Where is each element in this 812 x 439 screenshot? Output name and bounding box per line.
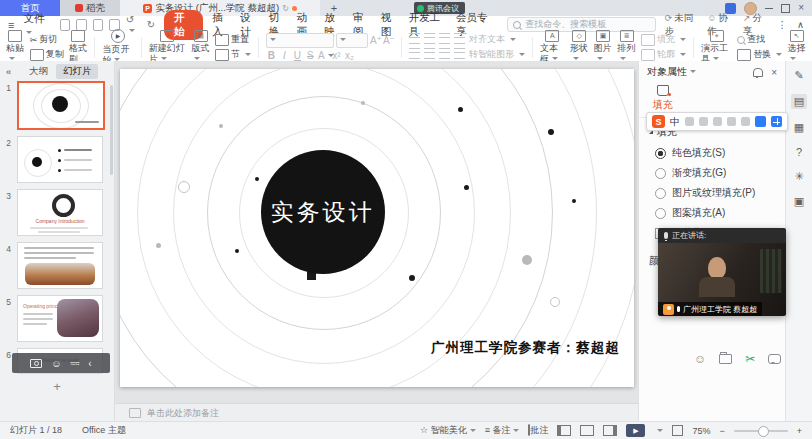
number-list-icon[interactable] [424,33,435,44]
sogou-logo-icon[interactable]: S [652,115,665,128]
radio-solid[interactable] [655,148,666,159]
hamburger-icon[interactable]: ≡ [8,19,14,31]
settings-icon[interactable]: ✳ [794,170,803,183]
fit-zoom-icon[interactable] [672,425,683,436]
shape-button[interactable]: ◇ 形状 [570,30,589,64]
sorter-view-icon[interactable] [580,425,594,436]
subscript-button[interactable]: x₂ [344,50,355,61]
zoom-slider[interactable] [734,430,788,432]
superscript-button[interactable]: x² [331,50,342,61]
skin-icon[interactable] [755,116,766,127]
comments-button[interactable]: 批注 [528,424,548,437]
indent-decrease-icon[interactable] [439,33,450,44]
align-left-icon[interactable] [409,48,420,59]
reset-button[interactable]: 重置 [215,33,251,46]
font-size-select[interactable] [336,33,368,48]
radio-gradient[interactable] [655,168,666,179]
bold-button[interactable]: B [266,50,277,61]
justify-icon[interactable] [454,48,465,59]
new-slide-button[interactable]: + 新建幻灯片 [149,30,186,64]
camera-icon[interactable] [30,359,42,368]
panel-scrollbar[interactable] [110,85,113,175]
decrease-font-icon[interactable]: A⁻ [383,35,394,46]
copy-button[interactable]: 复制 [30,48,64,61]
folder-icon[interactable] [719,354,732,364]
meeting-video-overlay[interactable]: 正在讲话: 广州理工学院 蔡超超 [658,228,786,316]
slide-thumbnail-3[interactable]: 3 Company Introduction [0,189,114,236]
outline-button[interactable]: 轮廓 [641,48,686,61]
panel-close-icon[interactable]: × [771,67,777,78]
option-solid-fill[interactable]: 纯色填充(S) [639,143,785,163]
chat-icon[interactable] [768,354,781,364]
theme-name[interactable]: Office 主题 [82,424,126,437]
panel-title[interactable]: 对象属性 [647,65,696,79]
video-feed[interactable]: 广州理工学院 蔡超超 [658,243,786,316]
ime-toolbar[interactable]: S 中 [646,112,788,131]
italic-button[interactable]: I [279,50,290,61]
zoom-level[interactable]: 75% [692,426,710,436]
collapse-ribbon-icon[interactable]: ∧ [797,19,804,30]
indent-increase-icon[interactable] [454,33,465,44]
thumb-5-preview[interactable]: Operating principle [17,295,103,342]
minimize-button[interactable] [765,8,773,9]
account-icon[interactable] [741,117,750,126]
screenshot-scissors-icon[interactable]: ✂ [745,352,755,366]
help-icon[interactable]: ? [796,146,802,158]
save-icon[interactable] [60,19,71,31]
slide-byline[interactable]: 广州理工学院参赛者：蔡超超 [431,339,620,357]
increase-font-icon[interactable]: A⁺ [370,35,381,46]
slide-editor[interactable]: 实务设计 广州理工学院参赛者：蔡超超 [120,69,634,387]
tab-outline[interactable]: 大纲 [29,65,48,78]
cut-button[interactable]: ✂剪切 [30,33,64,46]
zoom-slider-knob[interactable] [758,426,769,437]
thumb-2-preview[interactable] [17,136,103,183]
signature-tool-icon[interactable]: ✎ [794,69,803,82]
punctuation-icon[interactable] [685,117,694,126]
more-icon[interactable]: ⋮ [778,19,788,30]
emoji-panel-icon[interactable] [699,117,708,126]
textbox-button[interactable]: A 文本框 [540,30,565,64]
strikethrough-button[interactable]: S [305,50,316,61]
zoom-out-button[interactable]: − [719,426,724,436]
align-center-icon[interactable] [424,48,435,59]
title-circle[interactable]: 实务设计 [261,150,385,274]
radio-picture[interactable] [655,188,666,199]
layout-button[interactable]: ▤ 版式 [191,30,210,64]
animation-pane-icon[interactable]: ▦ [794,121,804,134]
smart-beautify-button[interactable]: ☆ 智能美化 [420,424,476,437]
font-color-button[interactable]: A [318,50,329,61]
panel-collapse-icon[interactable]: « [6,66,11,77]
keyboard-icon[interactable] [727,117,736,126]
select-button[interactable]: ↖ 选择 [787,30,806,64]
font-family-select[interactable] [266,33,334,48]
play-options-caret[interactable] [654,426,663,436]
paste-button[interactable]: 粘贴 [6,30,25,64]
redo-icon[interactable]: ↻ [147,19,155,30]
align-right-icon[interactable] [439,48,450,59]
slide-thumbnail-5[interactable]: 5 Operating principle [0,295,114,342]
export-icon[interactable] [76,19,87,31]
picture-button[interactable]: ▣ 图片 [594,30,613,64]
slide-thumbnail-4[interactable]: 4 [0,242,114,289]
toolbox-grid-icon[interactable] [771,116,782,127]
thumb-3-preview[interactable]: Company Introduction [17,189,103,236]
replace-button[interactable]: 替换 [737,48,782,61]
slide-title[interactable]: 实务设计 [271,197,375,228]
section-button[interactable]: 节 [215,48,251,61]
bullet-list-icon[interactable] [409,33,420,44]
reading-view-icon[interactable] [603,425,617,436]
option-pattern-fill[interactable]: 图案填充(A) [639,203,785,223]
emoji-icon[interactable]: ☺ [51,358,61,369]
option-picture-fill[interactable]: 图片或纹理填充(P) [639,183,785,203]
play-from-current-button[interactable]: ▶ 当页开始 [102,29,133,65]
slide-thumbnail-1[interactable]: 1 [0,81,114,130]
underline-button[interactable]: U [292,50,303,61]
slideshow-play-button[interactable]: ▶ [626,424,645,437]
bell-icon[interactable] [753,68,763,77]
normal-view-icon[interactable] [557,425,571,436]
add-slide-button[interactable]: + [0,380,114,394]
chinese-mode-icon[interactable]: 中 [670,115,680,129]
radio-pattern[interactable] [655,208,666,219]
zoom-in-button[interactable]: + [797,426,802,436]
find-button[interactable]: 查找 [737,33,782,46]
